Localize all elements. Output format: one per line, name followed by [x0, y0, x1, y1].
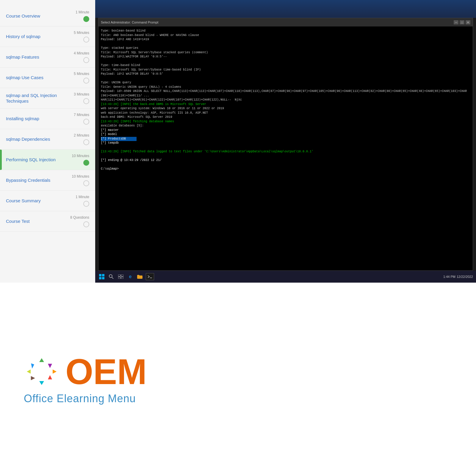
terminal-line: Type: UNION query — [101, 81, 470, 85]
terminal-line: [*] ending @ 13:43:29 /2022 12 21/ — [101, 158, 470, 163]
svg-rect-2 — [99, 277, 101, 279]
terminal-minimize-button[interactable]: ─ — [454, 20, 458, 24]
status-indicator-course-test — [83, 221, 89, 227]
status-indicator-sqlmap-dependencies — [83, 139, 89, 145]
svg-marker-14 — [53, 369, 57, 374]
terminal-line: HAR(121)+CHAR(71)+CHAR(91)+CHAR(122)+CHA… — [101, 98, 470, 102]
sidebar-item-sqlmap-features[interactable]: sqlmap Features4 Minutes — [0, 47, 95, 68]
active-indicator-performing-sql-injection — [0, 150, 2, 170]
svg-marker-11 — [29, 362, 35, 369]
terminal-line: [*] ProductsDB — [101, 137, 137, 141]
logo-oem-text: OEM — [65, 354, 147, 389]
terminal-titlebar: Select Administrator: Command Prompt ─ □… — [98, 18, 473, 26]
taskbar: e 1:44 PM 12/22/2022 — [95, 271, 476, 283]
terminal-close-button[interactable]: ✕ — [466, 20, 470, 24]
taskbar-time: 1:44 PM — [443, 275, 455, 278]
logo-subtitle: Office Elearning Menu — [24, 392, 136, 405]
svg-line-5 — [112, 277, 113, 279]
terminal-line: Title: Microsoft SQL Server/Sybase stack… — [101, 51, 470, 55]
terminal-line: [13:43:29] [INFO] the back-end DBMS is M… — [101, 102, 470, 107]
sidebar-item-title-performing-sql-injection: Performing SQL Injection — [6, 157, 56, 163]
svg-marker-13 — [47, 362, 53, 368]
taskbar-left: e — [98, 273, 154, 280]
status-indicator-history-sqlmap — [83, 37, 89, 43]
terminal-line: C:\sqlmap> — [101, 167, 470, 171]
svg-rect-7 — [121, 275, 123, 276]
terminal-line: Payload: id=2;WAITFOR DELAY '0:0:5'-- — [101, 55, 470, 59]
start-button[interactable] — [98, 273, 105, 280]
terminal-maximize-button[interactable]: □ — [460, 20, 464, 24]
duration-label-sqlmap-sql-injection: 3 Minutes — [74, 92, 89, 96]
status-indicator-bypassing-credentials — [83, 180, 89, 186]
sidebar-item-title-sqlmap-dependencies: sqlmap Dependencies — [6, 136, 50, 142]
sidebar-item-sqlmap-use-cases[interactable]: sqlmap Use Cases5 Minutes — [0, 68, 95, 88]
terminal-line: Payload: id=-8509 UNION ALL SELECT NULL,… — [101, 89, 470, 98]
sidebar-item-title-sqlmap-use-cases: sqlmap Use Cases — [6, 75, 43, 81]
terminal-line: back-end DBMS: Microsoft SQL Server 2019 — [101, 115, 470, 120]
task-view-icon[interactable] — [117, 273, 124, 280]
sidebar-item-course-summary[interactable]: Course Summary1 Minute — [0, 191, 95, 211]
terminal-line: [*] model — [101, 132, 470, 137]
terminal-body: Type: boolean-based blindTitle: AND bool… — [98, 26, 473, 270]
top-section: Course Overview1 MinuteHistory of sqlmap… — [0, 0, 476, 283]
terminal-line: Payload: id=2 WAITFOR DELAY '0:0:5' — [101, 72, 470, 76]
duration-label-sqlmap-dependencies: 2 Minutes — [74, 133, 89, 137]
logo-container: OEM Office Elearning Menu — [24, 354, 147, 405]
sidebar-item-sqlmap-dependencies[interactable]: sqlmap Dependencies2 Minutes — [0, 129, 95, 150]
duration-label-course-summary: 1 Minute — [76, 195, 89, 199]
sidebar-item-course-overview[interactable]: Course Overview1 Minute — [0, 6, 95, 26]
status-indicator-course-overview — [83, 16, 89, 22]
sidebar-item-history-sqlmap[interactable]: History of sqlmap5 Minutes — [0, 26, 95, 47]
sidebar-item-title-installing-sqlmap: Installing sqlmap — [6, 116, 39, 122]
sidebar-item-sqlmap-sql-injection[interactable]: sqlmap and SQL Injection Techniques3 Min… — [0, 88, 95, 109]
logo-arrows-icon — [24, 357, 60, 386]
terminal-line: [*] master — [101, 128, 470, 133]
duration-label-sqlmap-features: 4 Minutes — [74, 51, 89, 55]
sidebar-item-title-sqlmap-sql-injection: sqlmap and SQL Injection Techniques — [6, 93, 62, 104]
terminal-line: Payload: id=2 AND 1419=1419 — [101, 37, 470, 42]
logo-row: OEM — [24, 354, 147, 389]
duration-label-performing-sql-injection: 10 Minutes — [72, 154, 89, 158]
terminal-line: Type: time-based blind — [101, 63, 470, 68]
search-icon[interactable] — [108, 273, 115, 280]
terminal-line: web application technology: ASP, Microso… — [101, 111, 470, 115]
terminal-line: Title: AND boolean-based blind - WHERE o… — [101, 33, 470, 38]
svg-rect-3 — [102, 277, 104, 279]
folder-icon[interactable] — [136, 273, 143, 280]
sidebar-item-course-test[interactable]: Course Test8 Questions — [0, 211, 95, 232]
duration-label-bypassing-credentials: 10 Minutes — [72, 174, 89, 178]
bg-blue-bar — [95, 0, 476, 18]
svg-rect-9 — [121, 277, 123, 279]
terminal-line — [101, 145, 470, 150]
terminal-line — [101, 163, 470, 167]
svg-marker-17 — [29, 375, 35, 381]
taskbar-right: 1:44 PM 12/22/2022 — [443, 275, 473, 278]
terminal-title: Select Administrator: Command Prompt — [101, 21, 158, 24]
sidebar: Course Overview1 MinuteHistory of sqlmap… — [0, 0, 95, 283]
sidebar-item-title-sqlmap-features: sqlmap Features — [6, 54, 39, 60]
terminal-line — [101, 42, 470, 46]
content-area: Select Administrator: Command Prompt ─ □… — [95, 0, 476, 283]
status-indicator-performing-sql-injection — [83, 160, 89, 166]
svg-marker-16 — [39, 381, 44, 385]
sidebar-item-installing-sqlmap[interactable]: Installing sqlmap7 Minutes — [0, 109, 95, 129]
ie-icon[interactable]: e — [127, 273, 134, 280]
duration-label-history-sqlmap: 5 Minutes — [74, 31, 89, 35]
svg-rect-0 — [99, 274, 101, 276]
terminal-line: [13:43:29] [INFO] fetching database name… — [101, 120, 470, 124]
svg-marker-18 — [27, 369, 31, 374]
main-container: Course Overview1 MinuteHistory of sqlmap… — [0, 0, 476, 476]
terminal-line: web server operating system: Windows 10 … — [101, 107, 470, 111]
terminal-taskbar-icon[interactable] — [146, 273, 154, 280]
svg-rect-6 — [118, 275, 120, 276]
sidebar-item-bypassing-credentials[interactable]: Bypassing Credentials10 Minutes — [0, 170, 95, 191]
sidebar-item-title-bypassing-credentials: Bypassing Credentials — [6, 177, 50, 183]
sidebar-item-performing-sql-injection[interactable]: Performing SQL Injection10 Minutes — [0, 150, 95, 170]
terminal-line: Title: Microsoft SQL Server/Sybase time-… — [101, 68, 470, 72]
terminal-window: Select Administrator: Command Prompt ─ □… — [98, 18, 473, 271]
sidebar-item-title-history-sqlmap: History of sqlmap — [6, 34, 40, 40]
status-indicator-sqlmap-use-cases — [83, 78, 89, 84]
status-indicator-sqlmap-sql-injection — [83, 98, 89, 104]
sidebar-item-title-course-test: Course Test — [6, 218, 30, 224]
status-indicator-installing-sqlmap — [83, 119, 89, 125]
